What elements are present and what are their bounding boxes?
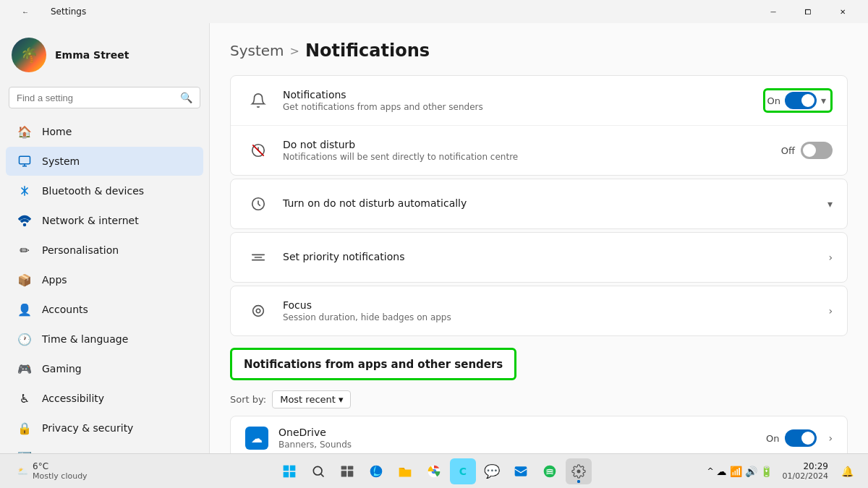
weather-condition: Mostly cloudy	[33, 471, 88, 481]
taskbar-settings-button[interactable]	[566, 458, 592, 484]
sidebar-item-personalisation[interactable]: ✏️ Personalisation	[6, 236, 203, 265]
sort-dropdown[interactable]: Most recent ▾	[272, 390, 351, 408]
priority-title: Set priority notifications	[283, 251, 828, 262]
apps-section-heading: Notifications from apps and other sender…	[244, 358, 503, 371]
volume-icon[interactable]: 🔊	[745, 466, 757, 477]
focus-icon	[245, 298, 271, 324]
breadcrumb: System > Notifications	[230, 40, 848, 61]
priority-row[interactable]: Set priority notifications ›	[231, 233, 847, 282]
home-icon: 🏠	[17, 124, 32, 139]
sidebar-item-accessibility[interactable]: ♿ Accessibility	[6, 384, 203, 413]
apps-section-heading-box: Notifications from apps and other sender…	[230, 348, 516, 380]
notifications-toggle-highlighted[interactable]: On ▾	[763, 88, 833, 113]
focus-chevron-icon[interactable]: ›	[828, 305, 833, 317]
sidebar-item-windows-update[interactable]: 🔄 Windows Update	[6, 443, 203, 453]
priority-text: Set priority notifications	[283, 251, 828, 264]
onedrive-desc: Banners, Sounds	[278, 440, 766, 450]
cloud-icon: ☁️	[717, 466, 727, 477]
sidebar-item-time[interactable]: 🕐 Time & language	[6, 325, 203, 354]
auto-disturb-card: Turn on do not disturb automatically ▾	[230, 179, 848, 229]
do-not-disturb-control[interactable]: Off	[781, 142, 833, 159]
notifications-chevron-down-icon[interactable]: ▾	[821, 95, 826, 106]
sidebar-item-network[interactable]: Network & internet	[6, 206, 203, 235]
auto-disturb-title: Turn on do not disturb automatically	[283, 197, 827, 209]
breadcrumb-separator: >	[290, 44, 299, 58]
auto-disturb-icon	[245, 191, 271, 217]
do-not-disturb-toggle[interactable]	[801, 142, 833, 159]
onedrive-toggle-slider[interactable]	[785, 429, 817, 447]
sidebar-item-home[interactable]: 🏠 Home	[6, 117, 203, 146]
onedrive-chevron-icon[interactable]: ›	[828, 432, 833, 444]
notifications-toggle[interactable]	[785, 92, 817, 109]
back-button[interactable]: ←	[9, 0, 42, 23]
notifications-text: Notifications Get notifications from app…	[283, 89, 763, 112]
toggle-slider[interactable]	[785, 92, 817, 109]
sidebar-item-system[interactable]: System	[6, 147, 203, 176]
taskbar-search-button[interactable]	[305, 458, 331, 484]
sidebar-item-gaming[interactable]: 🎮 Gaming	[6, 354, 203, 383]
weather-widget[interactable]: 🌥️ 6°C Mostly cloudy	[12, 458, 93, 484]
sort-row: Sort by: Most recent ▾	[230, 386, 848, 416]
taskbar-slack-button[interactable]: 💬	[479, 458, 505, 484]
taskbar-chrome-button[interactable]	[421, 458, 447, 484]
sidebar-item-label: Time & language	[42, 333, 128, 345]
svg-point-5	[256, 309, 260, 313]
notifications-row[interactable]: Notifications Get notifications from app…	[231, 76, 847, 126]
dnd-toggle-slider[interactable]	[801, 142, 833, 159]
sidebar-item-bluetooth[interactable]: Bluetooth & devices	[6, 176, 203, 205]
notifications-desc: Get notifications from apps and other se…	[283, 102, 763, 112]
auto-disturb-text: Turn on do not disturb automatically	[283, 197, 827, 210]
search-input[interactable]	[17, 93, 174, 103]
minimize-button[interactable]: ─	[757, 0, 790, 23]
do-not-disturb-title: Do not disturb	[283, 139, 781, 150]
priority-chevron-icon[interactable]: ›	[828, 252, 833, 263]
personalisation-icon: ✏️	[17, 243, 32, 257]
svg-point-10	[313, 466, 322, 475]
taskbar-apps: C 💬	[276, 458, 592, 484]
sidebar-item-label: Accessibility	[42, 393, 104, 404]
svg-point-20	[577, 469, 581, 473]
taskbar-explorer-button[interactable]	[392, 458, 418, 484]
main-panel: System > Notifications Notifications Get…	[210, 23, 868, 453]
user-profile[interactable]: 🌴 Emma Street	[0, 29, 209, 84]
avatar: 🌴	[12, 38, 46, 72]
sidebar-item-accounts[interactable]: 👤 Accounts	[6, 295, 203, 324]
clock-time: 20:29	[783, 461, 828, 471]
notification-bell-taskbar-icon[interactable]: 🔔	[838, 463, 856, 480]
notifications-control[interactable]: On ▾	[763, 88, 833, 113]
app-body: 🌴 Emma Street 🔍 🏠 Home System	[0, 23, 868, 453]
tray-expand-icon[interactable]: ^	[707, 466, 713, 476]
svg-point-1	[24, 224, 26, 226]
taskbar-spotify-button[interactable]	[537, 458, 563, 484]
tray-icons[interactable]: ^ ☁️ 📶 🔊 🔋	[707, 466, 772, 477]
onedrive-toggle[interactable]	[785, 429, 817, 447]
sidebar-nav: 🏠 Home System Bluetooth & devices Netw	[0, 117, 209, 453]
taskbar-outlook-button[interactable]	[508, 458, 534, 484]
sidebar-item-apps[interactable]: 📦 Apps	[6, 265, 203, 294]
auto-disturb-row[interactable]: Turn on do not disturb automatically ▾	[231, 179, 847, 228]
time-icon: 🕐	[17, 332, 32, 346]
focus-row[interactable]: Focus Session duration, hide badges on a…	[231, 286, 847, 335]
clock-date: 01/02/2024	[783, 471, 828, 481]
taskbar-taskview-button[interactable]	[334, 458, 360, 484]
taskbar-edge-button[interactable]	[363, 458, 389, 484]
taskbar-start-button[interactable]	[276, 458, 302, 484]
maximize-button[interactable]: ⧠	[791, 0, 825, 23]
sidebar-item-privacy[interactable]: 🔒 Privacy & security	[6, 414, 203, 442]
auto-disturb-chevron-icon[interactable]: ▾	[827, 198, 833, 210]
breadcrumb-parent: System	[230, 42, 284, 59]
onedrive-control[interactable]: On ›	[766, 429, 833, 447]
onedrive-toggle-label: On	[766, 433, 779, 444]
clock-area[interactable]: 20:29 01/02/2024	[778, 460, 833, 482]
close-button[interactable]: ✕	[826, 0, 859, 23]
taskbar-canva-button[interactable]: C	[450, 458, 476, 484]
focus-title: Focus	[283, 299, 828, 311]
wifi-icon[interactable]: 📶	[730, 466, 742, 477]
search-icon: 🔍	[180, 92, 192, 103]
search-box[interactable]: 🔍	[9, 87, 200, 108]
svg-rect-12	[348, 466, 354, 469]
sort-label: Sort by:	[230, 394, 266, 405]
onedrive-row[interactable]: ☁ OneDrive Banners, Sounds On ›	[231, 416, 847, 453]
do-not-disturb-row[interactable]: Do not disturb Notifications will be sen…	[231, 126, 847, 175]
do-not-disturb-text: Do not disturb Notifications will be sen…	[283, 139, 781, 162]
